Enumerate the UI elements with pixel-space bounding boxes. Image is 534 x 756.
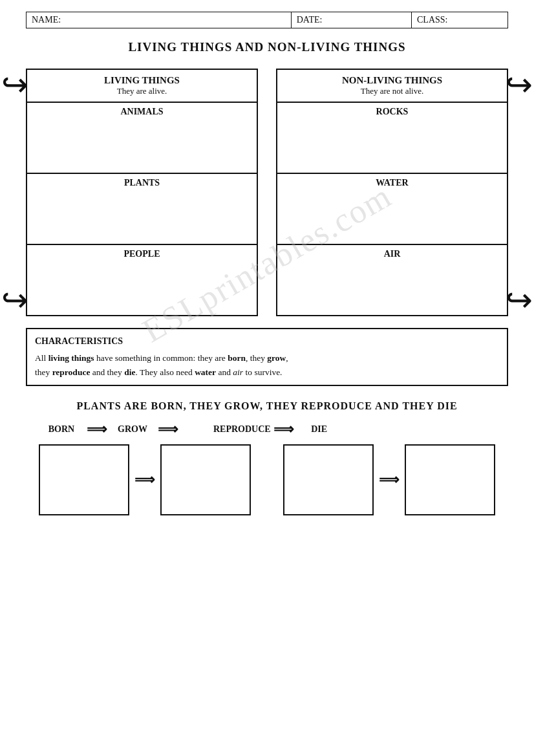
class-field: CLASS: (412, 12, 508, 28)
air-box: AIR (276, 245, 508, 316)
spacer-mid (251, 444, 283, 515)
arrow-bottom-left: ↩ (1, 284, 28, 316)
living-main-label: LIVING THINGS (34, 75, 250, 86)
nonliving-main-label: NON-LIVING THINGS (284, 75, 500, 86)
draw-area-reproduce (283, 444, 374, 515)
plants-box: PLANTS (26, 174, 258, 245)
rocks-box: ROCKS (276, 103, 508, 174)
draw-area-born (39, 444, 129, 515)
header-table: NAME: DATE: CLASS: (26, 12, 508, 28)
nonliving-header: NON-LIVING THINGS They are not alive. (276, 69, 508, 103)
draw-area-grow (160, 444, 251, 515)
lifecycle-boxes: ⟹ ⟹ (26, 444, 508, 515)
arrow-box-1: ⟹ (129, 444, 160, 515)
people-box: PEOPLE (26, 245, 258, 316)
living-sub-label: They are alive. (34, 86, 250, 96)
lifecycle-labels-row: BORN ⟹ GROW ⟹ REPRODUCE ⟹ DIE (26, 421, 508, 438)
label-born: BORN (39, 424, 84, 435)
arrow-top-left: ↩ (1, 69, 28, 101)
living-column: LIVING THINGS They are alive. ANIMALS PL… (26, 69, 258, 316)
draw-box-grow (160, 444, 251, 515)
label-grow: GROW (110, 424, 155, 435)
arrow-bottom-right: ↪ (506, 284, 533, 316)
water-box: WATER (276, 174, 508, 245)
arrow-reproduce-die: ⟹ (273, 421, 294, 438)
name-field: NAME: (27, 12, 292, 28)
living-header: LIVING THINGS They are alive. (26, 69, 258, 103)
arrow-box-2: ⟹ (374, 444, 405, 515)
right-arrows: ↪ ↪ (506, 69, 533, 316)
arrow-born-grow: ⟹ (87, 421, 107, 438)
left-arrows: ↩ ↩ (1, 69, 28, 316)
characteristics-text: All living things have something in comm… (35, 353, 288, 377)
draw-box-reproduce (283, 444, 374, 515)
main-grid: ↩ ↩ LIVING THINGS They are alive. ANIMAL… (26, 69, 508, 316)
draw-box-born (39, 444, 129, 515)
label-die: DIE (297, 424, 342, 435)
arrow-grow-reproduce: ⟹ (158, 421, 178, 438)
draw-box-die (405, 444, 495, 515)
draw-area-die (405, 444, 495, 515)
date-field: DATE: (291, 12, 411, 28)
characteristics-box: CHARACTERISTICS All living things have s… (26, 328, 508, 386)
characteristics-title: CHARACTERISTICS (35, 334, 499, 349)
animals-box: ANIMALS (26, 103, 258, 174)
arrow-top-right: ↪ (506, 69, 533, 101)
page-title: LIVING THINGS AND NON-LIVING THINGS (26, 40, 508, 54)
nonliving-sub-label: They are not alive. (284, 86, 500, 96)
plants-section-title: PLANTS ARE BORN, THEY GROW, THEY REPRODU… (26, 400, 508, 412)
label-reproduce: REPRODUCE (213, 424, 271, 435)
nonliving-column: NON-LIVING THINGS They are not alive. RO… (276, 69, 508, 316)
